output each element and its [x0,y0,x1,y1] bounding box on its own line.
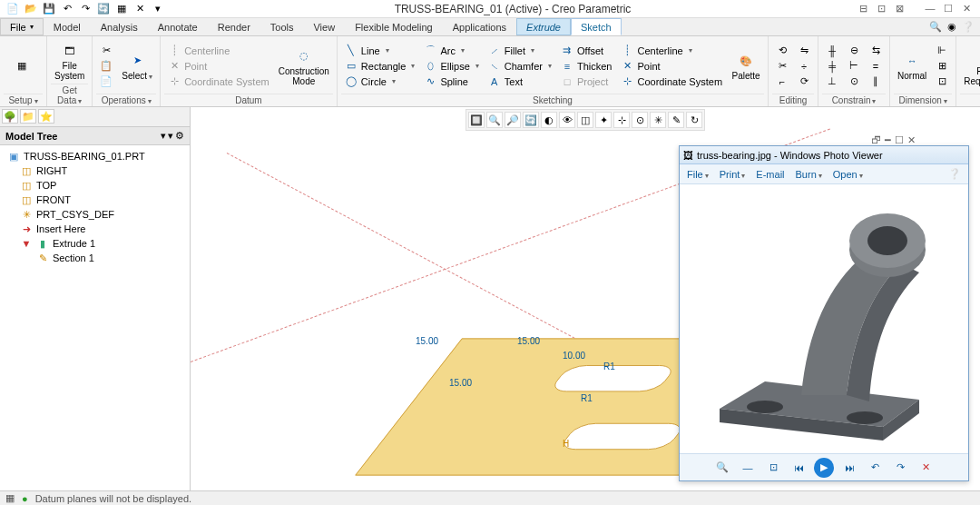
select-button[interactable]: ➤Select [118,38,156,94]
construction-mode-button[interactable]: ◌Construction Mode [275,38,333,94]
tree-settings-icon[interactable]: ⚙ [175,130,184,142]
repaint-icon[interactable]: 🔄 [523,112,539,128]
divide-icon[interactable]: ÷ [794,59,814,74]
corner-icon[interactable]: ⌐ [772,74,792,89]
model-tree[interactable]: ▣TRUSS-BEARING_01.PRT ◫RIGHT ◫TOP ◫FRONT… [0,145,190,490]
sk-coord-button[interactable]: ⊹Coordinate System [618,74,727,89]
file-system-button[interactable]: 🗔File System [51,38,88,84]
chamfer-button[interactable]: ⟍Chamfer [485,59,555,74]
pt-disp-icon[interactable]: ⊙ [632,112,648,128]
qat-drop-icon[interactable]: ▾ [151,2,165,16]
mid-icon[interactable]: ⊢ [844,59,864,74]
tab-extrude[interactable]: Extrude [516,18,571,35]
pv-prev-icon[interactable]: ⏮ [789,458,808,478]
tab-sketch[interactable]: Sketch [571,18,622,35]
perp-icon[interactable]: ⊥ [822,74,842,89]
pv-help-icon[interactable]: ❔ [948,168,961,180]
pv-open[interactable]: Open [833,169,863,180]
palette-button[interactable]: 🎨Palette [728,38,764,94]
sk-centerline-button[interactable]: ┊Centerline [618,44,727,58]
zoomin-icon[interactable]: 🔍 [486,112,503,128]
inspect-group-label[interactable]: Inspect [960,94,980,106]
file-menu[interactable]: File▾ [0,18,44,35]
dim-15b[interactable]: 15.00 [517,336,540,346]
photo-viewer-window[interactable]: 🖼 truss-bearing.jpg - Windows Photo View… [679,145,969,481]
tree-right[interactable]: ◫RIGHT [4,163,186,178]
tree-section[interactable]: ✎Section 1 [4,251,186,265]
line-button[interactable]: ╲Line [341,44,419,58]
vert-icon[interactable]: ╫ [822,44,842,58]
delete-seg-icon[interactable]: ✂ [772,59,792,74]
group-close-icon[interactable]: ⊠ [891,3,907,15]
minimize-icon[interactable]: — [922,3,938,15]
sk-point-button[interactable]: ✕Point [618,59,727,74]
pv-fit-icon[interactable]: ⊡ [763,458,783,478]
grid-button[interactable]: ▦ [4,38,40,94]
pv-play-icon[interactable]: ▶ [814,458,834,478]
csys-disp-icon[interactable]: ✳ [650,112,666,128]
tree-filter-icon[interactable]: ▾ [161,130,166,142]
pv-delete-icon[interactable]: ✕ [916,458,936,478]
new-icon[interactable]: 📄 [5,2,20,16]
status-icon-1[interactable]: ▦ [5,492,15,504]
sym-icon[interactable]: ⇆ [866,44,886,58]
tree-top[interactable]: ◫TOP [4,178,186,193]
spline-button[interactable]: ∿Spline [420,74,482,89]
tree-root[interactable]: ▣TRUSS-BEARING_01.PRT [4,149,186,163]
maximize-icon[interactable]: ☐ [940,3,956,15]
nav-icon[interactable]: ◉ [947,21,956,33]
setup-group-label[interactable]: Setup [4,94,43,106]
dim-10[interactable]: 10.00 [563,351,585,361]
refit-icon[interactable]: 🔲 [468,112,485,128]
pv-rotccw-icon[interactable]: ↶ [865,458,885,478]
mirror-icon[interactable]: ⇋ [794,44,814,58]
copy-icon[interactable]: 📋 [96,59,116,74]
horz-icon[interactable]: ╪ [822,59,842,74]
text-button[interactable]: AText [485,74,555,89]
axis-disp-icon[interactable]: ⊹ [613,112,630,128]
pv-print[interactable]: Print [720,169,746,180]
annot-disp-icon[interactable]: ✎ [668,112,684,128]
layer-tab-icon[interactable]: 📁 [20,109,36,124]
tab-analysis[interactable]: Analysis [91,18,148,35]
spin-icon[interactable]: ↻ [686,112,702,128]
saved-views-icon[interactable]: 👁 [559,112,575,128]
modify-icon[interactable]: ⟲ [772,44,792,58]
tree-show-icon[interactable]: ▾ [168,130,173,142]
parallel-icon[interactable]: ∥ [866,74,886,89]
regen-icon[interactable]: 🔄 [96,2,111,16]
datum-disp-icon[interactable]: ✦ [595,112,612,128]
pv-zoom-slider[interactable]: — [738,458,758,478]
pv-file[interactable]: File [687,169,709,180]
open-icon[interactable]: 📂 [24,2,38,16]
group-max-icon[interactable]: ⊡ [873,3,889,15]
pv-email[interactable]: E-mail [756,169,784,180]
close-icon[interactable]: ✕ [132,2,147,16]
equal-icon[interactable]: = [866,59,886,74]
zoomout-icon[interactable]: 🔎 [505,112,521,128]
group-min-icon[interactable]: ⊟ [855,3,871,15]
cut-icon[interactable]: ✂ [96,44,116,58]
help-icon[interactable]: ❔ [962,21,975,33]
paste-icon[interactable]: 📄 [96,74,116,89]
project-button[interactable]: □Project [557,74,616,89]
save-icon[interactable]: 💾 [42,2,56,16]
perspective-icon[interactable]: ◫ [577,112,593,128]
pv-next-icon[interactable]: ⏭ [839,458,859,478]
pv-titlebar[interactable]: 🖼 truss-bearing.jpg - Windows Photo View… [680,146,968,164]
dimension-group-label[interactable]: Dimension [894,94,952,106]
window-close-icon[interactable]: ✕ [958,3,975,15]
fav-tab-icon[interactable]: ⭐ [38,109,54,124]
constrain-group-label[interactable]: Constrain [822,94,886,106]
operations-group-label[interactable]: Operations [96,94,156,106]
pv-rotcw-icon[interactable]: ↷ [890,458,910,478]
tree-insert[interactable]: ➜Insert Here [4,222,186,236]
arc-button[interactable]: ⌒Arc [420,44,482,58]
tab-annotate[interactable]: Annotate [148,18,208,35]
tab-tools[interactable]: Tools [260,18,304,35]
shading-icon[interactable]: ◐ [541,112,557,128]
dim-r1b[interactable]: R1 [581,393,593,403]
pv-zoomout-icon[interactable]: 🔍 [712,458,732,478]
tab-view[interactable]: View [303,18,345,35]
dim-15c[interactable]: 15.00 [449,378,472,388]
